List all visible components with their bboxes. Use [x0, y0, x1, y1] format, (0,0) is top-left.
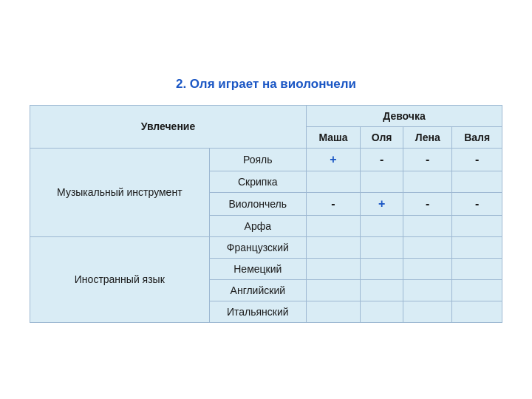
- value-cell: [307, 215, 361, 236]
- value-cell: [403, 301, 452, 322]
- header-devochka: Девочка: [307, 105, 502, 126]
- value-cell: +: [360, 192, 403, 215]
- row-label: Итальянский: [209, 301, 306, 322]
- value-cell: -: [403, 192, 452, 215]
- value-cell: [403, 215, 452, 236]
- value-cell: [452, 215, 502, 236]
- row-label: Английский: [209, 279, 306, 301]
- value-cell: [403, 171, 452, 192]
- value-cell: [307, 258, 361, 279]
- table-wrapper: Увлечение Девочка Маша Оля Лена Валя Муз…: [30, 105, 502, 323]
- value-cell: -: [452, 148, 502, 171]
- header-uvlechenie: Увлечение: [30, 105, 307, 148]
- row-label: Скрипка: [209, 171, 306, 192]
- value-cell: [307, 279, 361, 301]
- value-cell: [403, 279, 452, 301]
- value-cell: [307, 171, 361, 192]
- value-cell: -: [307, 192, 361, 215]
- row-label: Арфа: [209, 215, 306, 236]
- value-cell: +: [307, 148, 361, 171]
- value-cell: [452, 258, 502, 279]
- value-cell: [360, 279, 403, 301]
- value-cell: [360, 171, 403, 192]
- table-row: Музыкальный инструментРояль+---: [30, 148, 502, 171]
- row-label: Немецкий: [209, 258, 306, 279]
- value-cell: [452, 301, 502, 322]
- value-cell: [307, 236, 361, 258]
- value-cell: [403, 258, 452, 279]
- value-cell: [307, 301, 361, 322]
- col-header-lena: Лена: [403, 126, 452, 148]
- value-cell: [452, 236, 502, 258]
- group-label-1: Иностранный язык: [30, 236, 210, 322]
- group-label-0: Музыкальный инструмент: [30, 148, 210, 236]
- value-cell: -: [360, 148, 403, 171]
- value-cell: [360, 258, 403, 279]
- value-cell: [452, 279, 502, 301]
- value-cell: [403, 236, 452, 258]
- col-header-valya: Валя: [452, 126, 502, 148]
- col-header-olya: Оля: [360, 126, 403, 148]
- value-cell: [360, 215, 403, 236]
- main-table: Увлечение Девочка Маша Оля Лена Валя Муз…: [30, 105, 502, 323]
- row-label: Французский: [209, 236, 306, 258]
- value-cell: [360, 301, 403, 322]
- col-header-masha: Маша: [307, 126, 361, 148]
- value-cell: -: [403, 148, 452, 171]
- table-row: Иностранный языкФранцузский: [30, 236, 502, 258]
- page-title: 2. Оля играет на виолончели: [176, 77, 356, 92]
- value-cell: [360, 236, 403, 258]
- row-label: Виолончель: [209, 192, 306, 215]
- value-cell: [452, 171, 502, 192]
- row-label: Рояль: [209, 148, 306, 171]
- value-cell: -: [452, 192, 502, 215]
